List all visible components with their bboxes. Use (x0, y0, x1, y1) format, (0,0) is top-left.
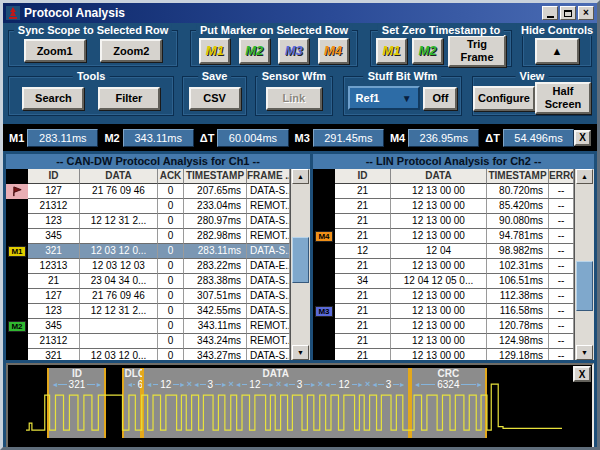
zero-m1-button[interactable]: M1 (376, 38, 407, 64)
close-waveform-button[interactable]: X (573, 366, 591, 382)
table-row[interactable]: 12721 76 09 460307.51msDATA-S... (28, 289, 290, 304)
configure-button[interactable]: Configure (473, 86, 535, 111)
marker-measurement-bar: M1 283.11ms M2 343.11ms ΔT 60.004ms M3 2… (3, 124, 597, 151)
close-measurement-bar-button[interactable]: X (574, 130, 591, 146)
maximize-icon (564, 10, 572, 17)
zero-m2-button[interactable]: M2 (412, 38, 443, 64)
cell-id: 321 (28, 349, 80, 360)
marker-m3-button[interactable]: M3 (278, 38, 309, 64)
lin-scrollbar[interactable]: ▲ ▼ (574, 169, 594, 360)
m1-marker-icon: M1 (382, 43, 400, 58)
table-row[interactable]: 2112 13 00 00120.78ms-- (335, 319, 574, 334)
marker-cell: M1 (6, 244, 28, 259)
zoom1-button[interactable]: Zoom1 (24, 39, 86, 62)
cell-ack: 0 (158, 289, 184, 304)
cell-timestamp: 283.11ms (184, 244, 247, 259)
cell-ack: 0 (158, 184, 184, 199)
table-row[interactable]: 1212 0498.982ms-- (335, 244, 574, 259)
marker-cell (313, 274, 335, 289)
cell-id: 34 (335, 274, 391, 289)
stuff-off-button[interactable]: Off (423, 87, 457, 110)
csv-button[interactable]: CSV (189, 87, 241, 110)
column-header: TIMESTAMP (487, 169, 549, 184)
table-row[interactable]: 2112 13 00 0085.420ms-- (335, 199, 574, 214)
table-row[interactable]: 213120343.24msREMOT... (28, 334, 290, 349)
table-row[interactable]: 2112 13 00 00116.58ms-- (335, 304, 574, 319)
delta-t2-label: ΔT (485, 132, 500, 144)
table-row[interactable]: 2112 13 00 00124.98ms-- (335, 334, 574, 349)
cell-id: 123 (28, 304, 80, 319)
cell-id: 21312 (28, 199, 80, 214)
scroll-down-button[interactable]: ▼ (292, 345, 309, 360)
scrollbar-thumb[interactable] (576, 261, 593, 311)
table-row[interactable]: 12721 76 09 460207.65msDATA-S... (28, 184, 290, 199)
cell-timestamp: 343.27ms (184, 349, 247, 360)
marker-chip-m4: M4 (315, 231, 333, 242)
link-button[interactable]: Link (266, 87, 322, 110)
table-row[interactable]: 2112 13 00 0080.720ms-- (335, 184, 574, 199)
m3-value: 291.45ms (313, 129, 384, 147)
scroll-up-button[interactable]: ▲ (292, 169, 309, 184)
table-row[interactable]: 12312 12 31 2...0280.97msDATA-S... (28, 214, 290, 229)
group-label: Stuff Bit Wfm (364, 70, 442, 82)
minimize-button[interactable] (542, 6, 558, 20)
cell-timestamp: 94.781ms (487, 229, 549, 244)
table-row[interactable]: 1231312 03 12 030283.22msDATA-E... (28, 259, 290, 274)
cell-ack: 0 (158, 274, 184, 289)
protocol-analysis-window: Protocol Analysis × Sync Scope to Select… (0, 0, 600, 450)
scroll-up-button[interactable]: ▲ (576, 169, 593, 184)
hide-controls-button[interactable]: ▲ (535, 38, 579, 64)
table-row[interactable]: 32112 03 12 0...0343.27msDATA-S... (28, 349, 290, 360)
cell-id: 21 (335, 319, 391, 334)
trig-frame-button[interactable]: Trig Frame (448, 35, 506, 67)
close-button[interactable]: × (578, 6, 594, 20)
search-button[interactable]: Search (22, 87, 84, 110)
cell-timestamp: 343.24ms (184, 334, 247, 349)
table-row[interactable]: 2112 13 00 00102.31ms-- (335, 259, 574, 274)
m3-label: M3 (295, 132, 310, 144)
filter-button[interactable]: Filter (98, 87, 160, 110)
half-screen-button[interactable]: Half Screen (535, 82, 591, 114)
cell-timestamp: 207.65ms (184, 184, 247, 199)
scroll-down-button[interactable]: ▼ (576, 345, 593, 360)
decoded-waveform-panel: X ID◄321►DLC◄6►DATA◄12►×◄3►×◄12►×◄3►×◄12… (6, 363, 594, 449)
column-header: FRAME ... (247, 169, 290, 184)
table-row[interactable]: 3450282.98msREMOT... (28, 229, 290, 244)
cell-error: -- (549, 184, 574, 199)
marker-cell (313, 349, 335, 360)
ref-waveform-select[interactable]: Ref1 ▼ (348, 86, 420, 110)
marker-cell: M4 (313, 229, 335, 244)
zoom2-button[interactable]: Zoom2 (100, 39, 162, 62)
cell-timestamp: 343.11ms (184, 319, 247, 334)
table-row[interactable]: 32112 03 12 0...0283.11msDATA-S... (28, 244, 290, 259)
table-row[interactable]: 2112 13 00 0094.781ms-- (335, 229, 574, 244)
table-row[interactable]: 2112 13 00 00129.18ms-- (335, 349, 574, 360)
cell-error: -- (549, 349, 574, 360)
cell-data (80, 199, 158, 214)
table-row[interactable]: 2112 13 00 0090.080ms-- (335, 214, 574, 229)
maximize-button[interactable] (560, 6, 576, 20)
table-row[interactable]: 12312 12 31 2...0342.55msDATA-S... (28, 304, 290, 319)
table-row[interactable]: 213120233.04msREMOT... (28, 199, 290, 214)
marker-m4-button[interactable]: M4 (318, 38, 349, 64)
lin-table-header: IDDATATIMESTAMPERROR (335, 169, 574, 184)
cell-id: 127 (28, 184, 80, 199)
waveform-strip: ID◄321►DLC◄6►DATA◄12►×◄3►×◄12►×◄3►×◄12►×… (26, 368, 562, 438)
table-row[interactable]: 3412 04 12 05 0...106.51ms-- (335, 274, 574, 289)
table-row[interactable]: 2123 04 34 0...0283.38msDATA-S... (28, 274, 290, 289)
cell-id: 21 (335, 184, 391, 199)
delta-t2-value: 54.496ms (503, 129, 574, 147)
scrollbar-thumb[interactable] (292, 237, 309, 283)
trigger-marker (6, 184, 28, 199)
lin-table: M4M3 IDDATATIMESTAMPERROR 2112 13 00 008… (313, 169, 594, 360)
window-title: Protocol Analysis (24, 6, 540, 20)
can-scrollbar[interactable]: ▲ ▼ (290, 169, 310, 360)
m4-marker-icon: M4 (324, 43, 342, 58)
cell-error: -- (549, 334, 574, 349)
marker-m1-button[interactable]: M1 (199, 38, 230, 64)
up-arrow-icon: ▲ (552, 45, 563, 57)
table-row[interactable]: 3450343.11msREMOT... (28, 319, 290, 334)
table-row[interactable]: 2112 13 00 00112.38ms-- (335, 289, 574, 304)
cell-timestamp: 233.04ms (184, 199, 247, 214)
marker-m2-button[interactable]: M2 (239, 38, 270, 64)
